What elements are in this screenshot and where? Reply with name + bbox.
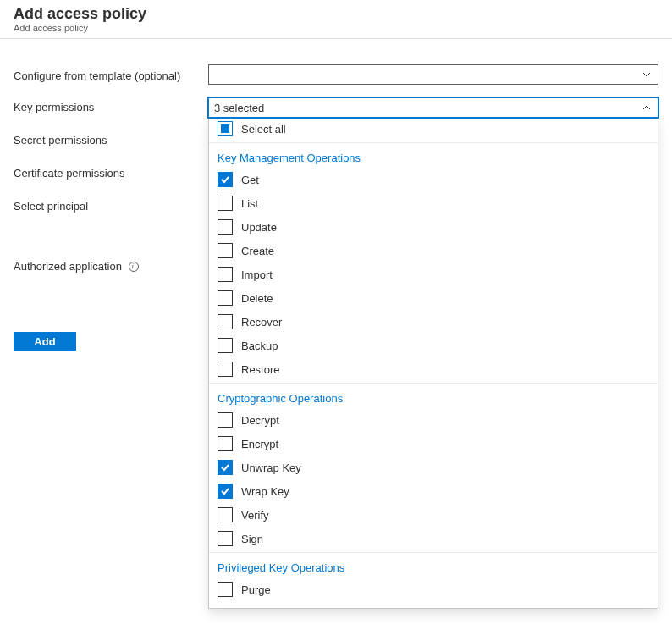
label-select-principal: Select principal (14, 196, 208, 229)
checkbox-unchecked-icon (218, 243, 233, 258)
checkbox-unchecked-icon (218, 219, 233, 235)
permission-option-label: Verify (241, 509, 269, 522)
key-permissions-dropdown: Select allKey Management OperationsGetLi… (208, 117, 658, 609)
permission-option[interactable]: Update (209, 215, 658, 239)
add-button[interactable]: Add (14, 332, 76, 351)
permission-option-label: Encrypt (241, 438, 278, 450)
permission-option[interactable]: Verify (209, 503, 658, 527)
permission-option[interactable]: Delete (209, 286, 658, 310)
permission-option[interactable]: Recover (209, 310, 658, 334)
permission-option-label: Backup (241, 340, 278, 352)
checkbox-unchecked-icon (218, 267, 233, 282)
checkbox-checked-icon (218, 460, 233, 475)
permission-option[interactable]: Backup (209, 334, 658, 357)
permission-option-label: Unwrap Key (241, 461, 301, 474)
permission-option[interactable]: Import (209, 262, 658, 286)
label-key-permissions: Key permissions (14, 97, 208, 130)
checkbox-unchecked-icon (218, 507, 233, 522)
permission-group-header: Cryptographic Operations (209, 383, 658, 408)
permission-option-label: Create (241, 245, 274, 257)
breadcrumb: Add access policy (14, 23, 658, 33)
page-title: Add access policy (14, 5, 658, 23)
permission-option[interactable]: Decrypt (209, 408, 658, 432)
permission-option-label: Recover (241, 316, 282, 329)
chevron-down-icon (641, 69, 653, 80)
permission-option[interactable]: Sign (209, 527, 658, 550)
permission-option-label: Restore (241, 363, 280, 376)
permission-option-label: Delete (241, 292, 273, 305)
checkbox-unchecked-icon (218, 582, 233, 597)
label-secret-permissions: Secret permissions (14, 130, 208, 163)
key-permissions-select[interactable]: 3 selected (208, 97, 658, 118)
checkbox-unchecked-icon (218, 412, 233, 428)
permission-option-label: Decrypt (241, 414, 279, 427)
key-permissions-summary: 3 selected (214, 102, 264, 114)
form-content: Configure from template (optional) Key p… (0, 39, 672, 622)
checkbox-unchecked-icon (218, 362, 233, 377)
label-certificate-permissions: Certificate permissions (14, 163, 208, 196)
checkbox-checked-icon (218, 484, 233, 499)
permission-option[interactable]: Create (209, 239, 658, 262)
permission-option-label: List (241, 197, 258, 210)
permission-option-label: Update (241, 221, 277, 234)
permission-option[interactable]: Wrap Key (209, 479, 658, 503)
permission-group-header: Privileged Key Operations (209, 552, 658, 578)
permission-option-label: Wrap Key (241, 485, 289, 498)
permission-option[interactable]: Get (209, 168, 658, 191)
permission-option-label: Get (241, 174, 259, 186)
page-header: Add access policy Add access policy (0, 0, 672, 39)
info-icon[interactable] (129, 262, 139, 272)
permission-option-label: Import (241, 268, 273, 281)
permission-option[interactable]: Restore (209, 357, 658, 381)
permission-option-label: Sign (241, 533, 263, 545)
permission-option-label: Purge (241, 583, 271, 596)
permission-group-header: Key Management Operations (209, 142, 658, 168)
permission-option[interactable]: Purge (209, 578, 658, 601)
label-authorized-application: Authorized application (14, 229, 208, 273)
chevron-up-icon (641, 102, 653, 113)
checkbox-unchecked-icon (218, 436, 233, 451)
label-configure-template: Configure from template (optional) (14, 64, 208, 97)
checkbox-unchecked-icon (218, 290, 233, 306)
checkbox-unchecked-icon (218, 314, 233, 329)
select-all-label: Select all (241, 123, 286, 135)
checkbox-unchecked-icon (218, 531, 233, 546)
checkbox-unchecked-icon (218, 196, 233, 211)
permission-option[interactable]: Encrypt (209, 432, 658, 456)
checkbox-indeterminate-icon (218, 121, 233, 136)
checkbox-unchecked-icon (218, 338, 233, 353)
permission-option[interactable]: Unwrap Key (209, 456, 658, 479)
select-all-option[interactable]: Select all (209, 117, 658, 141)
permission-option[interactable]: List (209, 191, 658, 215)
checkbox-checked-icon (218, 172, 233, 187)
configure-template-select[interactable] (208, 64, 658, 85)
